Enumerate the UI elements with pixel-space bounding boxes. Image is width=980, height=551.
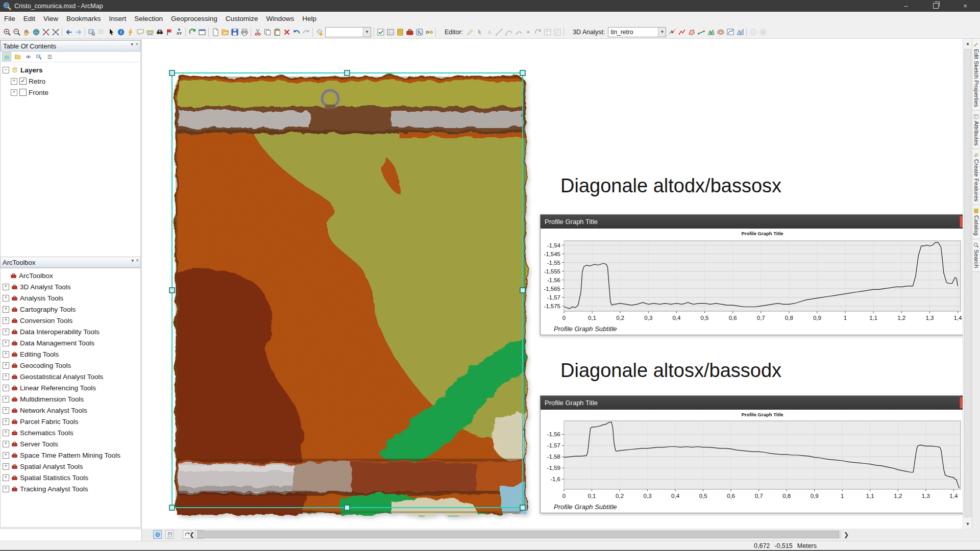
refresh-view-icon[interactable] xyxy=(187,27,197,37)
profile-graph-window-1[interactable]: Profile Graph Title x Profile Graph Titl… xyxy=(540,214,963,335)
collapse-icon[interactable]: − xyxy=(3,67,9,73)
toolbox-item-3d-analyst-tools[interactable]: +3D Analyst Tools xyxy=(3,281,140,292)
toc-menu-icon[interactable]: ▾ xyxy=(131,41,133,47)
sketch-properties-icon[interactable] xyxy=(552,27,562,37)
scroll-down-icon[interactable]: ▼ xyxy=(963,519,972,529)
menu-customize[interactable]: Customize xyxy=(222,13,262,24)
expand-icon[interactable]: + xyxy=(11,78,17,85)
toolbox-item-schematics-tools[interactable]: +Schematics Tools xyxy=(3,427,140,438)
point-tool-icon[interactable] xyxy=(523,27,533,37)
expand-icon[interactable]: + xyxy=(3,317,9,324)
paste-icon[interactable] xyxy=(272,27,282,37)
3d-layer-combo-dropdown-icon[interactable]: ▼ xyxy=(658,28,666,37)
toolbox-item-data-interoperability-tools[interactable]: +Data Interoperability Tools xyxy=(3,326,140,337)
arccatalog-icon[interactable] xyxy=(395,27,405,37)
copy-icon[interactable] xyxy=(262,27,272,37)
hyperlink-icon[interactable] xyxy=(126,27,135,37)
create-tin-icon[interactable] xyxy=(735,27,745,37)
find-icon[interactable] xyxy=(155,27,164,37)
expand-icon[interactable]: + xyxy=(3,329,9,335)
toolbox-item-space-time-pattern-mining-tools[interactable]: +Space Time Pattern Mining Tools xyxy=(3,449,140,461)
vertical-scroll-thumb[interactable] xyxy=(964,49,971,517)
save-map-icon[interactable] xyxy=(230,27,239,37)
expand-icon[interactable]: + xyxy=(3,396,9,403)
expand-icon[interactable]: + xyxy=(3,430,9,436)
toolbox-item-parcel-fabric-tools[interactable]: +Parcel Fabric Tools xyxy=(3,416,140,427)
toolbox-item-server-tools[interactable]: +Server Tools xyxy=(3,438,140,449)
expand-icon[interactable]: + xyxy=(3,486,9,492)
data-view-button[interactable] xyxy=(153,530,162,539)
expand-icon[interactable]: + xyxy=(3,474,9,481)
interpolate-polygon-icon[interactable] xyxy=(687,27,696,37)
select-features-icon[interactable] xyxy=(87,27,96,37)
toolbox-item-geostatistical-analyst-tools[interactable]: +Geostatistical Analyst Tools xyxy=(3,371,140,382)
select-elements-icon[interactable] xyxy=(106,27,116,37)
restore-button[interactable] xyxy=(921,0,950,12)
toc-node-layers[interactable]: −Layers xyxy=(3,64,140,76)
interpolate-line-icon[interactable] xyxy=(677,27,687,37)
line-of-sight-icon[interactable] xyxy=(696,27,706,37)
undo-icon[interactable] xyxy=(291,27,301,37)
toolbox-item-conversion-tools[interactable]: +Conversion Tools xyxy=(3,315,140,326)
add-data-icon[interactable] xyxy=(314,27,324,37)
toolbox-item-geocoding-tools[interactable]: +Geocoding Tools xyxy=(3,360,140,371)
interpolate-point-icon[interactable] xyxy=(667,27,677,37)
toolbox-item-data-management-tools[interactable]: +Data Management Tools xyxy=(3,337,140,348)
cut-icon[interactable] xyxy=(253,27,262,37)
toc-header[interactable]: Table Of Contents ▾× xyxy=(1,40,140,52)
map-scale-combo[interactable]: ▼ xyxy=(325,27,371,37)
menu-help[interactable]: Help xyxy=(298,13,321,24)
profile-graph-2-titlebar[interactable]: Profile Graph Title x xyxy=(541,396,963,410)
edit-annotation-icon[interactable]: A xyxy=(484,27,494,37)
expand-icon[interactable]: + xyxy=(3,373,9,380)
expand-icon[interactable]: + xyxy=(3,340,9,346)
find-route-icon[interactable] xyxy=(164,27,174,37)
side-tab-search[interactable]: Search xyxy=(972,239,980,271)
toolbox-item-arctoolbox[interactable]: ArcToolbox xyxy=(3,270,140,281)
toolbox-item-spatial-analyst-tools[interactable]: +Spatial Analyst Tools xyxy=(3,461,140,472)
side-tab-attributes[interactable]: Attributes xyxy=(972,111,980,149)
contour-tool-icon[interactable] xyxy=(716,27,725,37)
viewer-window-icon[interactable] xyxy=(197,27,207,37)
side-tab-edit-sketch-properties[interactable]: Edit Sketch Properties xyxy=(972,39,980,111)
endpoint-arc-icon[interactable] xyxy=(504,27,513,37)
zoom-in-icon[interactable] xyxy=(2,27,12,37)
list-by-visibility-icon[interactable] xyxy=(23,52,33,61)
expand-icon[interactable]: + xyxy=(3,362,9,369)
edit-tool-icon[interactable] xyxy=(475,27,484,37)
toolbox-item-spatial-statistics-tools[interactable]: +Spatial Statistics Tools xyxy=(3,472,140,483)
identify-icon[interactable]: i xyxy=(116,27,126,37)
map-scale-combo-dropdown-icon[interactable]: ▼ xyxy=(363,28,371,37)
expand-icon[interactable]: + xyxy=(11,89,17,96)
toolbox-item-linear-referencing-tools[interactable]: +Linear Referencing Tools xyxy=(3,382,140,393)
expand-icon[interactable]: + xyxy=(3,295,9,302)
menu-windows[interactable]: Windows xyxy=(262,13,299,24)
zoom-out-icon[interactable] xyxy=(12,27,21,37)
delete-icon[interactable] xyxy=(282,27,291,37)
minimize-button[interactable]: – xyxy=(891,0,921,12)
layout-view-button[interactable] xyxy=(165,530,174,539)
expand-icon[interactable]: + xyxy=(3,351,9,358)
html-popup-icon[interactable] xyxy=(135,27,145,37)
scroll-right-icon[interactable]: ❯ xyxy=(842,530,850,539)
expand-icon[interactable]: + xyxy=(3,418,9,425)
close-button[interactable]: × xyxy=(950,0,980,12)
steepest-path-icon[interactable] xyxy=(706,27,716,37)
expand-icon[interactable]: + xyxy=(3,306,9,313)
model-builder-icon[interactable] xyxy=(424,27,434,37)
editor-toolbar-toggle-icon[interactable] xyxy=(376,27,385,37)
side-tab-create-features[interactable]: Create Features xyxy=(972,149,980,205)
arctoolbox-menu-icon[interactable]: ▾ xyxy=(131,258,134,263)
rotate-tool-icon[interactable] xyxy=(533,27,543,37)
menu-bookmarks[interactable]: Bookmarks xyxy=(62,13,105,24)
menu-file[interactable]: File xyxy=(0,13,19,24)
new-map-icon[interactable] xyxy=(210,27,220,37)
menu-view[interactable]: View xyxy=(39,13,62,24)
map-canvas[interactable]: Diagonale altodx/bassosx Diagonale altos… xyxy=(142,39,963,529)
profile-graph-1-titlebar[interactable]: Profile Graph Title x xyxy=(541,215,963,229)
trace-tool-icon[interactable] xyxy=(513,27,523,37)
scroll-left-icon[interactable]: ❮ xyxy=(188,530,196,539)
layer-visibility-checkbox[interactable] xyxy=(19,89,27,96)
expand-icon[interactable]: + xyxy=(3,407,9,414)
pan-icon[interactable] xyxy=(21,27,31,37)
